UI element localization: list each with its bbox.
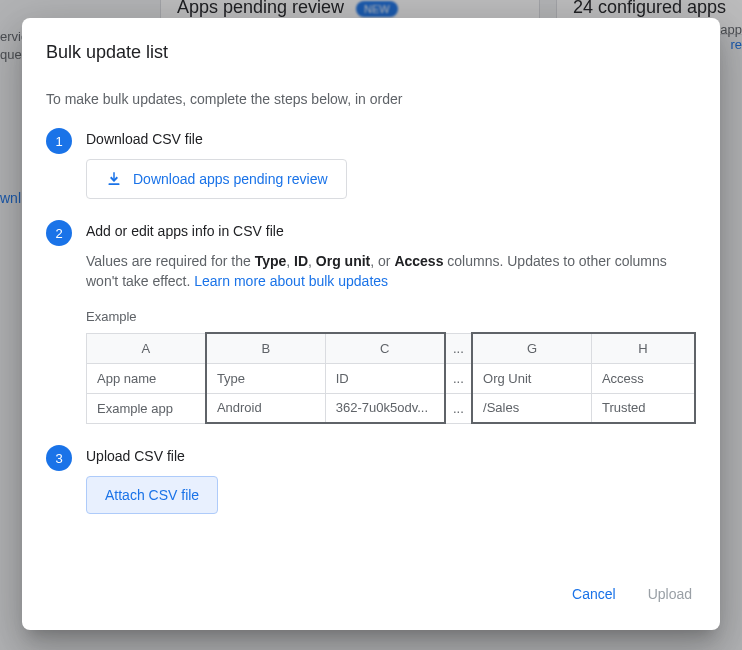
upload-button[interactable]: Upload [644,578,696,610]
dialog-title: Bulk update list [46,42,696,63]
step-number: 2 [46,220,72,246]
example-table: A B C ... G H App name Type ID [86,332,696,424]
bulk-update-dialog: Bulk update list To make bulk updates, c… [22,18,720,630]
download-icon [105,170,123,188]
step-2-title: Add or edit apps info in CSV file [86,223,696,239]
step-1-title: Download CSV file [86,131,696,147]
table-header-row: A B C ... G H [87,333,696,363]
step-2-description: Values are required for the Type, ID, Or… [86,251,696,291]
table-row: App name Type ID ... Org Unit Access [87,363,696,393]
learn-more-link[interactable]: Learn more about bulk updates [194,273,388,289]
step-number: 3 [46,445,72,471]
cancel-button[interactable]: Cancel [568,578,620,610]
table-row: Example app Android 362-7u0k5odv... ... … [87,393,696,423]
attach-csv-label: Attach CSV file [105,487,199,503]
step-number: 1 [46,128,72,154]
attach-csv-button[interactable]: Attach CSV file [86,476,218,514]
dialog-actions: Cancel Upload [22,562,720,630]
download-csv-button[interactable]: Download apps pending review [86,159,347,199]
step-3: 3 Upload CSV file Attach CSV file [46,448,696,514]
dialog-body: Bulk update list To make bulk updates, c… [22,18,720,562]
dialog-intro: To make bulk updates, complete the steps… [46,91,696,107]
download-csv-label: Download apps pending review [133,171,328,187]
step-3-title: Upload CSV file [86,448,696,464]
step-2: 2 Add or edit apps info in CSV file Valu… [46,223,696,424]
example-label: Example [86,309,696,324]
step-1: 1 Download CSV file Download apps pendin… [46,131,696,199]
